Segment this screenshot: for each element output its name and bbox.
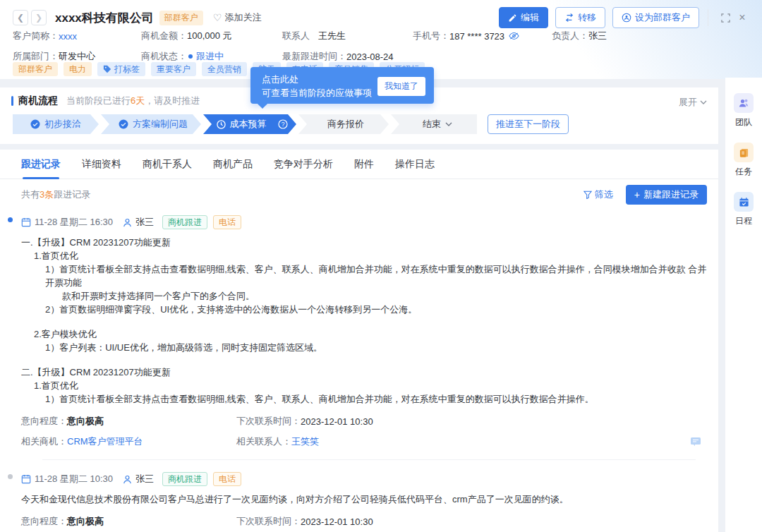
tag-marketing[interactable]: 全员营销	[202, 62, 247, 76]
list-toolbar: 共有3条跟进记录 筛选 + 新建跟进记录	[0, 179, 718, 210]
field-last-follow: 最新跟进时间： 2023-08-24	[282, 50, 552, 63]
owner-label: 负责人：	[552, 30, 588, 42]
phone-value: 187 **** 3723	[449, 31, 504, 42]
tag-group-customer[interactable]: 部群客户	[13, 62, 58, 76]
eye-off-icon[interactable]	[509, 32, 519, 40]
stage-cost-budget[interactable]: 成本预算 ?	[203, 114, 296, 134]
clock-icon	[217, 120, 226, 129]
set-group-icon	[622, 13, 631, 23]
related-opportunity-link[interactable]: CRM客户管理平台	[67, 435, 143, 448]
field-amount: 商机金额： 100,000 元	[141, 30, 282, 42]
sidebar-label: 日程	[735, 215, 752, 227]
next-contact-value: 2023-12-01 10:30	[301, 416, 373, 427]
transfer-button[interactable]: 转移	[555, 7, 605, 28]
filter-button[interactable]: 筛选	[583, 188, 613, 201]
content-line: 今天和金现代信息技术股份有限公司客户马总进行了一次见面约谈，向对方介绍了公司轻骑…	[21, 492, 707, 506]
check-circle-icon	[30, 119, 40, 129]
timeline-dot	[8, 217, 13, 222]
stage-end[interactable]: 结束	[391, 114, 477, 134]
sidebar-item-task[interactable]: 任务	[734, 143, 754, 178]
tooltip-ok-button[interactable]: 我知道了	[377, 77, 425, 96]
tooltip-line1: 点击此处	[262, 73, 372, 86]
content-line: 款和开票时支持选择同一个客户下的多个合同。	[21, 289, 707, 303]
sidebar-item-schedule[interactable]: 日程	[734, 192, 754, 227]
calendar-icon	[21, 217, 31, 227]
tab-competitor-analysis[interactable]: 竞争对手分析	[274, 150, 333, 179]
field-status: 商机状态： 跟进中	[141, 50, 282, 63]
owner-value: 张三	[588, 30, 607, 42]
related-contact-label: 相关联系人：	[236, 435, 291, 448]
stage-guide-tooltip: 点击此处 可查看当前阶段的应做事项 我知道了	[250, 67, 434, 104]
main-card: 跟进记录 详细资料 商机干系人 商机产品 竞争对手分析 附件 操作日志 共有3条…	[0, 150, 718, 532]
contact-value: 王先生	[318, 30, 346, 42]
field-owner: 负责人： 张三	[552, 30, 746, 42]
fullscreen-icon[interactable]	[717, 9, 734, 26]
add-follow-label: 添加关注	[224, 11, 261, 24]
last-follow-value: 2023-08-24	[346, 52, 394, 62]
tab-attachments[interactable]: 附件	[354, 150, 374, 179]
status-value[interactable]: 跟进中	[196, 50, 224, 63]
record-user: 张三	[135, 473, 154, 485]
record-divider	[42, 459, 696, 460]
stage-initial-contact[interactable]: 初步接洽	[13, 114, 99, 134]
related-contact-link[interactable]: 王笑笑	[291, 435, 319, 448]
sidebar-label: 任务	[735, 166, 752, 178]
forward-icon[interactable]: ❯	[31, 10, 47, 25]
set-group-customer-button[interactable]: 设为部群客户	[612, 7, 699, 28]
expand-button[interactable]: 展开	[679, 96, 707, 109]
title-badge: 部群客户	[159, 11, 203, 25]
dept-label: 所属部门：	[13, 50, 59, 63]
customer-value[interactable]: xxxx	[59, 31, 77, 42]
content-line	[21, 316, 707, 327]
calendar-icon	[21, 474, 31, 484]
content-line: 2）首页数据明细弹窗字段、UI优化，支持将选中的公海数据从一个公海转移到另一个公…	[21, 303, 707, 316]
amount-label: 商机金额：	[141, 30, 187, 42]
back-icon[interactable]: ❮	[13, 10, 28, 25]
advance-stage-button[interactable]: 推进至下一阶段	[488, 114, 569, 134]
phone-label: 手机号：	[413, 30, 449, 42]
content-line: 1.首页优化	[21, 249, 707, 262]
pencil-icon	[508, 13, 517, 23]
contact-label: 联系人	[282, 30, 310, 42]
add-tag-button[interactable]: 打标签	[97, 62, 145, 76]
follow-record: 11-28 星期二 10:30 张三 商机跟进 电话 今天和金现代信息技术股份有…	[0, 467, 718, 532]
content-line: 一.【升级】CRM 20231207功能更新	[21, 236, 707, 249]
amount-value: 100,000 元	[187, 30, 232, 42]
new-follow-record-button[interactable]: + 新建跟进记录	[626, 185, 707, 205]
chevron-down-icon	[700, 100, 707, 104]
tag-electric[interactable]: 电力	[64, 62, 92, 76]
flow-title: 商机流程	[18, 95, 58, 107]
tab-details[interactable]: 详细资料	[82, 150, 121, 179]
record-type-badge: 商机跟进	[162, 215, 207, 229]
add-follow-button[interactable]: ♡ 添加关注	[213, 11, 262, 24]
sidebar-item-team[interactable]: 团队	[734, 93, 754, 128]
tooltip-line2: 可查看当前阶段的应做事项	[262, 86, 372, 99]
tab-bar: 跟进记录 详细资料 商机干系人 商机产品 竞争对手分析 附件 操作日志	[0, 150, 718, 179]
user-icon	[123, 218, 132, 227]
next-contact-label: 下次联系时间：	[236, 415, 301, 428]
tab-stakeholders[interactable]: 商机干系人	[143, 150, 192, 179]
stage-plan-draft[interactable]: 方案编制问题	[101, 114, 201, 134]
close-icon[interactable]: ×	[734, 9, 751, 26]
content-line	[21, 354, 707, 365]
comment-icon[interactable]	[690, 437, 707, 447]
task-icon	[734, 143, 754, 162]
set-group-label: 设为部群客户	[635, 11, 690, 24]
edit-button[interactable]: 编辑	[499, 7, 548, 28]
tag-important[interactable]: 重要客户	[151, 62, 196, 76]
record-user: 张三	[135, 216, 154, 229]
check-circle-icon	[119, 119, 128, 129]
intent-value: 意向极高	[67, 515, 104, 528]
tab-follow-records[interactable]: 跟进记录	[21, 150, 61, 179]
stage-quotation[interactable]: 商务报价	[298, 114, 389, 134]
stage-bar: 初步接洽 方案编制问题 成本预算 ? 商务报价 结束	[13, 114, 569, 134]
content-line: 1.首页优化	[21, 379, 707, 392]
right-sidebar: 团队 任务 日程	[725, 78, 762, 532]
funnel-icon	[583, 191, 592, 199]
tab-products[interactable]: 商机产品	[213, 150, 253, 179]
question-circle-icon[interactable]: ?	[278, 119, 288, 129]
user-icon	[123, 475, 132, 484]
page-title: xxxx科技有限公司	[55, 10, 154, 26]
related-opportunity-label: 相关商机：	[21, 435, 67, 448]
tab-operation-log[interactable]: 操作日志	[395, 150, 435, 179]
